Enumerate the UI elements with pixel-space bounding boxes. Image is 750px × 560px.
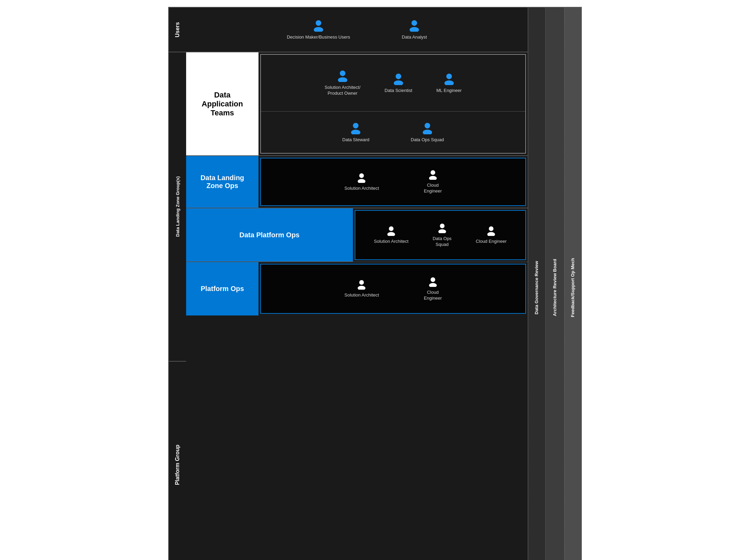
platform-solution-architect: Solution Architect: [374, 226, 408, 245]
dat-teams-label: Data Application Teams: [193, 91, 252, 117]
dat-data-steward-label: Data Steward: [342, 137, 369, 143]
platform-ops-solution-architect: Solution Architect: [344, 279, 379, 298]
dat-data-ops-squad-icon: [421, 122, 434, 134]
data-platform-ops-label: Data Platform Ops: [240, 231, 300, 239]
svg-point-3: [410, 27, 419, 32]
dlz-cloud-engineer-icon: [428, 169, 438, 180]
platform-solution-architect-label: Solution Architect: [374, 239, 408, 245]
dat-data-ops-squad-label: Data Ops Squad: [411, 137, 444, 143]
svg-point-25: [358, 286, 366, 290]
svg-point-24: [359, 280, 364, 285]
svg-point-27: [429, 283, 437, 287]
svg-point-11: [351, 129, 361, 134]
platform-data-ops-squad-icon: [437, 223, 447, 233]
svg-point-2: [412, 20, 417, 25]
platform-cloud-engineer-label: Cloud Engineer: [476, 239, 507, 245]
dat-ml-engineer-label: ML Engineer: [436, 88, 462, 94]
dat-solution-architect-icon: [336, 70, 349, 82]
feedback-support-panel: Feedback/Support Op Mech: [565, 8, 581, 560]
svg-point-20: [440, 224, 445, 228]
dlz-solution-architect-icon: [356, 173, 367, 183]
dlz-cloud-engineer: Cloud Engineer: [424, 169, 442, 194]
dat-data-ops-squad: Data Ops Squad: [411, 122, 444, 143]
svg-point-26: [430, 277, 435, 282]
dat-data-steward: Data Steward: [342, 122, 369, 143]
svg-point-7: [394, 80, 403, 85]
platform-cloud-engineer: Cloud Engineer: [476, 226, 507, 245]
dlz-ops-label: Data Landing Zone Ops: [193, 174, 252, 190]
svg-point-1: [314, 27, 323, 32]
dlz-solution-architect-label: Solution Architect: [344, 186, 379, 191]
feedback-support-label: Feedback/Support Op Mech: [570, 258, 576, 317]
svg-point-9: [444, 80, 454, 85]
architecture-review-panel: Architecture Review Board: [546, 8, 564, 560]
platform-ops-cloud-engineer-icon: [428, 277, 438, 287]
dlz-cloud-engineer-label: Cloud Engineer: [424, 183, 442, 194]
platform-ops-cloud-engineer: Cloud Engineer: [424, 277, 442, 301]
svg-point-5: [338, 77, 347, 82]
dat-sub-label: Data Application Teams: [186, 52, 259, 155]
platform-ops-solution-architect-icon: [356, 279, 367, 290]
dat-data-scientist: Data Scientist: [385, 73, 412, 94]
dat-ml-engineer: ML Engineer: [436, 73, 462, 94]
user-data-analyst: Data Analyst: [402, 19, 427, 40]
dat-data-scientist-icon: [392, 73, 405, 85]
svg-point-16: [430, 170, 435, 175]
architecture-review-label: Architecture Review Board: [552, 259, 558, 316]
svg-point-12: [425, 123, 430, 128]
svg-point-23: [487, 232, 495, 236]
dlz-solution-architect: Solution Architect: [344, 173, 379, 191]
platform-data-ops-squad: Data Ops Squad: [433, 223, 452, 248]
svg-point-0: [316, 20, 321, 25]
dat-solution-architect: Solution Architect/ Product Owner: [325, 70, 361, 96]
data-governance-panel: Data Governance Review: [528, 8, 545, 560]
svg-point-19: [387, 232, 395, 236]
svg-point-22: [489, 226, 494, 231]
svg-point-17: [429, 176, 437, 180]
svg-point-18: [389, 226, 394, 231]
svg-point-10: [353, 123, 358, 128]
platform-ops-sub-label: Platform Ops: [186, 262, 259, 315]
svg-point-13: [423, 129, 432, 134]
user-decision-maker-icon: [312, 19, 325, 32]
dat-ml-engineer-icon: [443, 73, 455, 85]
user-decision-maker-label: Decision Maker/Business Users: [287, 34, 350, 40]
data-platform-ops-sub-label: Data Platform Ops: [186, 208, 353, 262]
platform-solution-architect-icon: [386, 226, 396, 236]
user-decision-maker: Decision Maker/Business Users: [287, 19, 350, 40]
platform-ops-label: Platform Ops: [201, 285, 244, 293]
user-data-analyst-icon: [408, 19, 420, 32]
svg-point-14: [359, 173, 364, 178]
user-data-analyst-label: Data Analyst: [402, 34, 427, 40]
users-section-label: Users: [174, 22, 181, 37]
dat-solution-architect-label: Solution Architect/ Product Owner: [325, 85, 361, 96]
platform-ops-cloud-engineer-label: Cloud Engineer: [424, 290, 442, 301]
dlz-ops-sub-label: Data Landing Zone Ops: [186, 156, 259, 208]
svg-point-4: [340, 71, 345, 76]
svg-point-15: [358, 179, 366, 183]
svg-point-8: [446, 73, 452, 79]
dat-data-steward-icon: [349, 122, 362, 134]
data-governance-label: Data Governance Review: [534, 261, 540, 314]
platform-cloud-engineer-icon: [486, 226, 496, 236]
platform-data-ops-squad-label: Data Ops Squad: [433, 236, 452, 248]
dat-data-scientist-label: Data Scientist: [385, 88, 412, 94]
platform-section-label: Platform Group: [174, 445, 181, 485]
dlzg-section-label: Data Landing Zone Group(s): [175, 176, 180, 237]
svg-point-21: [438, 229, 446, 233]
svg-point-6: [396, 73, 401, 79]
platform-ops-solution-architect-label: Solution Architect: [344, 292, 379, 298]
